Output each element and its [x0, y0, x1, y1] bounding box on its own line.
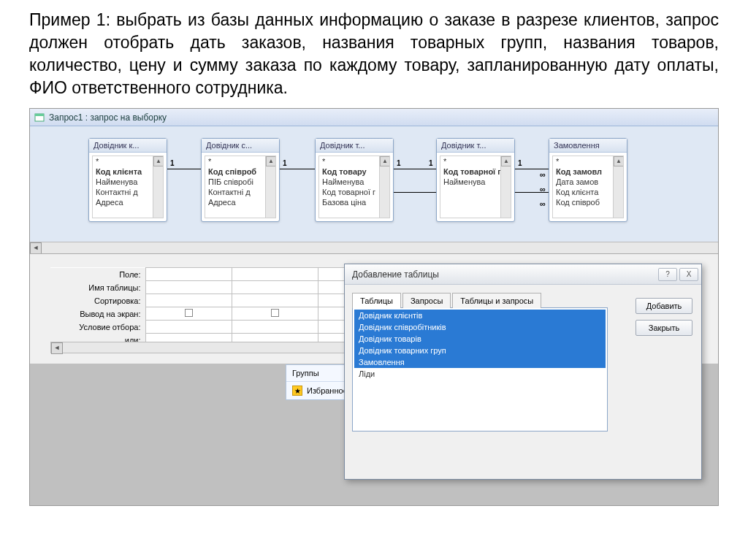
table-header[interactable]: Довідник т... — [437, 139, 514, 153]
dialog-title: Добавление таблицы — [352, 269, 439, 280]
table-box[interactable]: Довідник т...*Код товаруНайменуваКод тов… — [315, 138, 394, 222]
table-title: Довідник с... — [206, 141, 252, 150]
grid-label-table: Имя таблицы: — [50, 281, 145, 294]
relation-one-label: 1 — [283, 159, 287, 167]
dialog-help-button[interactable]: ? — [658, 268, 677, 281]
show-checkbox[interactable] — [185, 309, 193, 317]
table-header[interactable]: Довідник т... — [316, 139, 393, 153]
nav-groups-label: Группы — [292, 369, 319, 377]
table-title: Замовлення — [554, 141, 600, 150]
table-scrollbar[interactable]: ▲ — [379, 156, 389, 218]
relationship-diagram[interactable]: 1 1 1 1 1 ∞ ∞ ∞ Довідник к...*Код клієнт… — [30, 126, 718, 254]
grid-label-criteria: Условие отбора: — [50, 321, 145, 334]
query-icon — [34, 112, 45, 123]
table-title: Довідник т... — [441, 141, 486, 150]
table-box[interactable]: Довідник к...*Код клієнтаНайменуваКонтак… — [88, 138, 167, 222]
scroll-up-icon[interactable]: ▲ — [266, 156, 276, 166]
star-icon: ★ — [292, 386, 302, 396]
table-title: Довідник т... — [320, 141, 365, 150]
list-item[interactable]: Довідник співробітників — [354, 321, 606, 333]
add-button[interactable]: Добавить — [636, 298, 692, 314]
table-title: Довідник к... — [94, 141, 139, 150]
svg-rect-1 — [35, 114, 44, 116]
add-table-dialog: Добавление таблицы ? X Таблицы Запросы Т… — [344, 264, 702, 480]
list-item[interactable]: Довідник клієнтів — [354, 310, 606, 321]
relation-one-label: 1 — [397, 159, 401, 167]
scroll-left-button[interactable]: ◄ — [30, 242, 42, 254]
window-title: Запрос1 : запрос на выборку — [49, 112, 167, 123]
diagram-scrollbar[interactable]: ◄ — [30, 242, 718, 253]
tab-queries[interactable]: Запросы — [402, 293, 451, 308]
table-scrollbar[interactable]: ▲ — [500, 156, 511, 218]
tab-both[interactable]: Таблицы и запросы — [452, 293, 541, 308]
table-box[interactable]: Замовлення*Код замовлДата замовКод клієн… — [549, 138, 627, 222]
dialog-titlebar[interactable]: Добавление таблицы ? X — [345, 264, 701, 285]
table-scrollbar[interactable]: ▲ — [153, 156, 163, 218]
table-header[interactable]: Довідник с... — [202, 139, 279, 153]
table-listbox[interactable]: Довідник клієнтівДовідник співробітників… — [352, 307, 608, 431]
relation-one-label: 1 — [518, 159, 522, 167]
scroll-left-button[interactable]: ◄ — [51, 342, 63, 354]
example-description: Пример 1: выбрать из базы данных информа… — [0, 0, 748, 108]
grid-label-show: Вывод на экран: — [50, 307, 145, 321]
relation-one-label: 1 — [170, 159, 175, 167]
scroll-up-icon[interactable]: ▲ — [153, 156, 164, 166]
table-box[interactable]: Довідник с...*Код співробПІБ співробіКон… — [201, 138, 280, 222]
list-item[interactable]: Довідник товарних груп — [354, 345, 606, 356]
list-item[interactable]: Ліди — [354, 368, 606, 380]
table-header[interactable]: Довідник к... — [89, 139, 167, 153]
grid-label-field: Поле: — [50, 268, 145, 281]
window-titlebar: Запрос1 : запрос на выборку — [30, 109, 718, 126]
query-designer-window: Запрос1 : запрос на выборку 1 1 1 1 1 ∞ … — [29, 108, 719, 506]
scroll-up-icon[interactable]: ▲ — [614, 156, 624, 166]
table-header[interactable]: Замовлення — [549, 139, 627, 153]
tab-tables[interactable]: Таблицы — [352, 293, 401, 308]
list-item[interactable]: Довідник товарів — [354, 333, 606, 345]
list-item[interactable]: Замовлення — [354, 356, 606, 368]
scroll-up-icon[interactable]: ▲ — [380, 156, 390, 166]
dialog-close-button[interactable]: X — [679, 268, 698, 281]
relation-many-label: ∞ — [540, 170, 546, 179]
grid-label-sort: Сортировка: — [50, 294, 145, 307]
relation-many-label: ∞ — [540, 199, 546, 208]
table-scrollbar[interactable]: ▲ — [265, 156, 275, 218]
table-box[interactable]: Довідник т...*Код товарної гНайменува▲ — [436, 138, 515, 222]
relation-one-label: 1 — [429, 159, 433, 167]
table-scrollbar[interactable]: ▲ — [613, 156, 623, 218]
nav-favorites-label: Избранное — [307, 386, 348, 395]
relation-many-label: ∞ — [540, 185, 546, 193]
show-checkbox[interactable] — [271, 309, 279, 317]
scroll-up-icon[interactable]: ▲ — [501, 156, 511, 166]
grid-scrollbar[interactable]: ◄ — [50, 342, 386, 353]
close-button[interactable]: Закрыть — [636, 320, 692, 336]
